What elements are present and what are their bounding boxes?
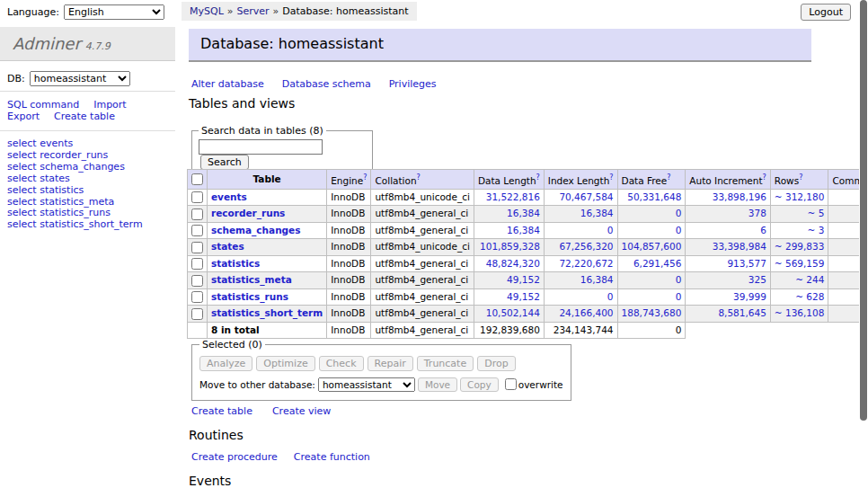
- auto-increment-link[interactable]: 378: [748, 208, 766, 218]
- table-link-schema-changes[interactable]: schema_changes: [211, 225, 301, 235]
- data-free-link[interactable]: 6,291,456: [633, 258, 681, 269]
- table-link-states[interactable]: states: [211, 241, 244, 252]
- sidebar-select-link-select-states[interactable]: select states: [7, 173, 143, 185]
- data-free-link[interactable]: 0: [676, 291, 682, 302]
- cell-index-length: 70,467,584: [544, 189, 617, 206]
- column-help-link[interactable]: ?: [799, 173, 802, 182]
- index-length-link[interactable]: 16,384: [580, 208, 614, 218]
- index-length-link[interactable]: 16,384: [580, 274, 614, 285]
- db-action-link-privileges[interactable]: Privileges: [389, 78, 437, 90]
- rows-link[interactable]: ~ 136,108: [775, 307, 825, 318]
- index-length-link[interactable]: 0: [607, 225, 614, 235]
- table-row-statistics-meta: statistics_metaInnoDButf8mb4_general_ci4…: [188, 272, 868, 289]
- table-link-statistics-short-term[interactable]: statistics_short_term: [211, 307, 323, 318]
- total-data-length: 192,839,680: [474, 322, 544, 338]
- table-link-statistics[interactable]: statistics: [211, 258, 260, 269]
- column-help-link[interactable]: ?: [536, 173, 540, 182]
- data-free-link[interactable]: 104,857,600: [622, 241, 682, 252]
- sidebar-select-link-select-events[interactable]: select events: [7, 138, 143, 150]
- scrollbar-thumb[interactable]: [860, 0, 867, 421]
- index-length-link[interactable]: 72,220,672: [559, 258, 613, 269]
- row-checkbox[interactable]: [191, 209, 203, 220]
- tables-head-row: TableEngine?Collation?Data Length?Index …: [188, 170, 868, 190]
- row-checkbox[interactable]: [191, 225, 203, 236]
- rows-link[interactable]: ~ 299,833: [775, 241, 825, 252]
- auto-increment-link[interactable]: 39,999: [733, 291, 766, 302]
- row-checkbox[interactable]: [191, 191, 203, 203]
- row-checkbox[interactable]: [191, 308, 203, 320]
- total-collation: utf8mb4_general_ci: [371, 322, 474, 338]
- sidebar-link-export[interactable]: Export: [7, 111, 40, 122]
- data-length-link[interactable]: 49,152: [507, 291, 540, 302]
- data-free-link[interactable]: 0: [676, 225, 682, 235]
- data-length-link[interactable]: 31,522,816: [486, 191, 540, 202]
- db-action-link-alter-database[interactable]: Alter database: [191, 78, 264, 90]
- rows-link[interactable]: ~ 312,180: [775, 191, 825, 202]
- db-select[interactable]: homeassistant: [30, 71, 130, 86]
- column-help-link[interactable]: ?: [363, 173, 367, 182]
- overwrite-checkbox[interactable]: [505, 378, 517, 390]
- selected-action-truncate: Truncate: [417, 356, 474, 371]
- create-link-create-view[interactable]: Create view: [272, 405, 331, 417]
- index-length-link[interactable]: 70,467,584: [559, 191, 613, 202]
- routine-link-create-procedure[interactable]: Create procedure: [191, 451, 278, 463]
- routine-link-create-function[interactable]: Create function: [294, 451, 370, 463]
- search-button[interactable]: Search: [200, 155, 249, 170]
- search-input[interactable]: [199, 139, 323, 155]
- sidebar-select-link-select-statistics-short-term[interactable]: select statistics_short_term: [7, 219, 143, 231]
- data-length-link[interactable]: 10,502,144: [486, 307, 540, 318]
- auto-increment-link[interactable]: 913,577: [727, 258, 766, 269]
- sidebar-select-link-select-schema-changes[interactable]: select schema_changes: [7, 162, 143, 173]
- sidebar-select-link-select-recorder-runs[interactable]: select recorder_runs: [7, 150, 143, 162]
- table-link-statistics-runs[interactable]: statistics_runs: [211, 291, 288, 302]
- data-length-link[interactable]: 16,384: [507, 225, 540, 235]
- column-help-link[interactable]: ?: [763, 173, 766, 182]
- vertical-scrollbar[interactable]: [859, 0, 868, 488]
- cell-engine: InnoDB: [327, 239, 371, 256]
- column-help-link[interactable]: ?: [417, 173, 421, 182]
- row-checkbox[interactable]: [191, 291, 203, 303]
- table-link-events[interactable]: events: [211, 191, 247, 202]
- auto-increment-link[interactable]: 33,398,984: [713, 241, 766, 252]
- data-free-link[interactable]: 0: [676, 274, 682, 285]
- data-length-link[interactable]: 49,152: [507, 274, 540, 285]
- language-select[interactable]: English: [64, 4, 164, 20]
- data-length-link[interactable]: 16,384: [507, 208, 540, 218]
- column-help-link[interactable]: ?: [609, 173, 613, 182]
- create-link-create-table[interactable]: Create table: [191, 405, 252, 417]
- select-all-checkbox[interactable]: [191, 173, 203, 185]
- rows-link[interactable]: ~ 569,159: [775, 258, 825, 269]
- auto-increment-link[interactable]: 325: [748, 274, 766, 285]
- rows-link[interactable]: ~ 628: [795, 291, 824, 302]
- move-database-select[interactable]: homeassistant: [318, 377, 415, 392]
- table-link-recorder-runs[interactable]: recorder_runs: [211, 208, 285, 218]
- data-free-link[interactable]: 188,743,680: [622, 307, 682, 318]
- index-length-link[interactable]: 0: [607, 291, 614, 302]
- cell-data-length: 16,384: [474, 206, 544, 223]
- sidebar-link-import[interactable]: Import: [93, 99, 127, 111]
- index-length-link[interactable]: 67,256,320: [559, 241, 613, 252]
- auto-increment-link[interactable]: 6: [760, 225, 766, 235]
- rows-link[interactable]: ~ 3: [808, 225, 825, 235]
- table-link-statistics-meta[interactable]: statistics_meta: [211, 274, 292, 285]
- db-action-link-database-schema[interactable]: Database schema: [282, 78, 371, 90]
- auto-increment-link[interactable]: 8,581,645: [718, 307, 766, 318]
- sidebar-link-create-table[interactable]: Create table: [54, 111, 115, 122]
- data-length-link[interactable]: 101,859,328: [480, 241, 540, 252]
- rows-link[interactable]: ~ 244: [795, 274, 824, 285]
- rows-link[interactable]: ~ 5: [808, 208, 825, 218]
- column-header-data-length: Data Length?: [474, 170, 544, 190]
- row-checkbox[interactable]: [191, 258, 203, 270]
- data-length-link[interactable]: 48,824,320: [486, 258, 540, 269]
- table-row-statistics-runs: statistics_runsInnoDButf8mb4_general_ci4…: [188, 288, 868, 306]
- data-free-link[interactable]: 0: [676, 208, 682, 218]
- auto-increment-link[interactable]: 33,898,196: [713, 191, 766, 202]
- row-checkbox[interactable]: [191, 242, 203, 253]
- row-checkbox[interactable]: [191, 275, 203, 287]
- data-free-link[interactable]: 50,331,648: [627, 191, 681, 202]
- sidebar-select-link-select-statistics[interactable]: select statistics: [7, 185, 143, 197]
- index-length-link[interactable]: 24,166,400: [559, 307, 613, 318]
- cell-data-free: 50,331,648: [617, 189, 686, 206]
- column-help-link[interactable]: ?: [667, 173, 670, 182]
- sidebar-link-sql-command[interactable]: SQL command: [7, 99, 79, 111]
